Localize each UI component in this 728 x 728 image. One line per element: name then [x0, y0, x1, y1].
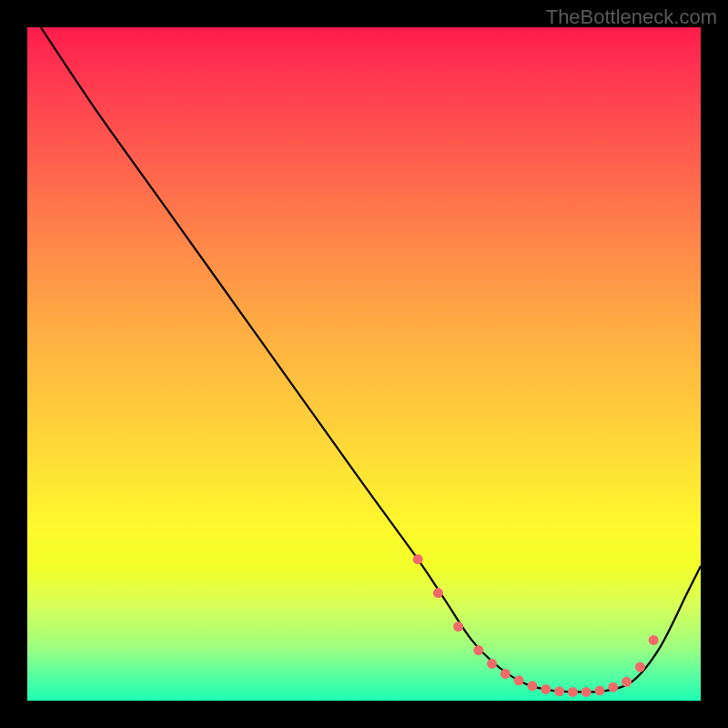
- watermark-text: TheBottleneck.com: [546, 5, 717, 29]
- chart-marker-dot: [635, 662, 645, 672]
- chart-markers: [413, 554, 659, 697]
- chart-marker-dot: [608, 682, 618, 693]
- chart-marker-dot: [433, 588, 443, 598]
- chart-marker-dot: [453, 622, 463, 632]
- chart-marker-dot: [581, 687, 592, 697]
- chart-plot-area: [27, 27, 701, 701]
- chart-marker-dot: [595, 685, 605, 695]
- chart-curve: [41, 27, 701, 692]
- chart-marker-dot: [554, 686, 564, 696]
- chart-marker-dot: [473, 645, 483, 655]
- chart-marker-dot: [514, 675, 524, 685]
- chart-marker-dot: [568, 687, 578, 697]
- chart-marker-dot: [649, 635, 659, 645]
- chart-marker-dot: [487, 659, 497, 669]
- chart-marker-dot: [528, 681, 538, 691]
- chart-marker-dot: [622, 677, 632, 687]
- chart-svg: [27, 27, 701, 701]
- chart-marker-dot: [500, 669, 511, 679]
- chart-marker-dot: [541, 684, 551, 694]
- chart-marker-dot: [413, 554, 423, 564]
